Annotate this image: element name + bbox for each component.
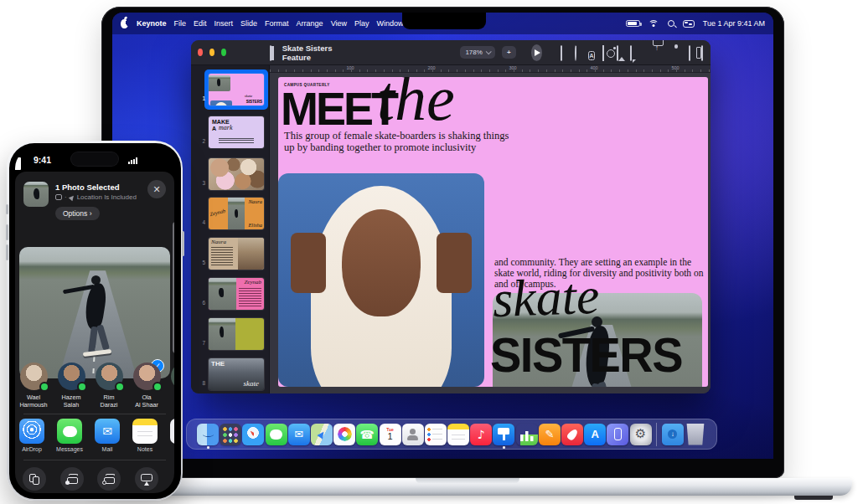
dock-photos[interactable]: [333, 424, 355, 445]
share-icon[interactable]: [653, 46, 662, 59]
dock-app-store[interactable]: A: [584, 424, 606, 445]
menu-slide[interactable]: Slide: [240, 19, 257, 28]
iphone-action-button[interactable]: [6, 204, 8, 214]
dock-iphone-mirroring[interactable]: [607, 424, 628, 445]
dock-music[interactable]: ♪: [470, 424, 492, 445]
document-icon[interactable]: [701, 46, 711, 59]
running-indicator: [207, 446, 209, 449]
contact-avatar[interactable]: [171, 363, 174, 390]
dock-keynote[interactable]: [493, 424, 514, 445]
zoom-level-dropdown[interactable]: 178%: [460, 46, 494, 59]
close-button[interactable]: ✕: [147, 180, 166, 198]
airplay-button[interactable]: [135, 467, 158, 491]
minimize-window-button[interactable]: [209, 49, 214, 56]
slide-photo-portrait[interactable]: [278, 173, 484, 387]
menu-clock[interactable]: Tue 1 Apr 9:41 AM: [703, 19, 765, 28]
dock-notes[interactable]: [447, 424, 469, 445]
thumb-text: SISTERS: [246, 100, 262, 104]
dock-reminders[interactable]: [425, 424, 447, 445]
view-toggle-icon[interactable]: [270, 46, 279, 59]
dock-finder[interactable]: [197, 424, 219, 445]
dock-pages[interactable]: ✎: [539, 424, 561, 445]
dock-numbers[interactable]: [516, 424, 538, 445]
macbook-display: Keynote File Edit Insert Slide Format Ar…: [112, 13, 773, 459]
photo-meta-icon: [55, 194, 62, 200]
menu-view[interactable]: View: [331, 19, 347, 28]
contact-avatar[interactable]: [20, 363, 48, 390]
iphone-volume-down-button[interactable]: [6, 244, 8, 260]
photo-preview[interactable]: ✓: [19, 247, 170, 378]
spotlight-icon[interactable]: [668, 20, 674, 27]
dock-trash[interactable]: [685, 424, 706, 445]
dock-mail[interactable]: ✉: [288, 424, 310, 445]
thumb-text: Elisha: [248, 222, 262, 228]
menu-edit[interactable]: Edit: [194, 19, 207, 28]
add-slide-button[interactable]: +: [502, 46, 516, 59]
dock-downloads-folder[interactable]: ↓: [662, 424, 684, 445]
menu-arrange[interactable]: Arrange: [297, 19, 323, 28]
apple-menu-icon[interactable]: [121, 19, 128, 28]
ruler-mark: 200: [427, 65, 435, 70]
control-center-icon[interactable]: [683, 20, 695, 28]
album-stack-icon: [66, 474, 78, 484]
close-window-button[interactable]: [198, 49, 203, 56]
app-label: Notes: [128, 446, 162, 452]
add-to-album-button[interactable]: [60, 467, 84, 491]
slide-thumbnail-5[interactable]: Naura: [209, 238, 264, 270]
iphone-volume-up-button[interactable]: [6, 224, 8, 240]
chart-icon[interactable]: [575, 46, 584, 59]
play-button[interactable]: [531, 44, 542, 61]
slide-editor[interactable]: CAMPUS QUARTERLY MEET the This group of …: [278, 77, 708, 387]
dock-contacts[interactable]: [402, 424, 424, 445]
dock-phone[interactable]: ☎: [356, 424, 378, 445]
menu-format[interactable]: Format: [265, 19, 289, 28]
dynamic-island: [71, 152, 118, 166]
slide-navigator: 1 MEET the skate SISTERS 2 MAKE A mark 3…: [191, 65, 270, 393]
partial-app-icon[interactable]: [170, 419, 174, 444]
menu-app-name[interactable]: Keynote: [137, 19, 167, 28]
slide-thumbnail-4[interactable]: Naura Zeynab Elisha: [209, 198, 264, 229]
slide-thumbnail-1[interactable]: MEET the skate SISTERS: [209, 74, 264, 105]
add-to-shared-album-button[interactable]: [97, 467, 121, 491]
wifi-icon[interactable]: [649, 20, 659, 28]
table-icon[interactable]: [561, 46, 570, 59]
battery-icon[interactable]: [626, 20, 640, 27]
menu-play[interactable]: Play: [354, 19, 369, 28]
dock-games[interactable]: [561, 424, 583, 445]
options-button[interactable]: Options ›: [55, 207, 100, 220]
dock-system-settings[interactable]: ⚙: [630, 424, 652, 445]
contact-avatar[interactable]: [96, 363, 123, 390]
mail-app-icon[interactable]: ✉: [95, 419, 120, 444]
thumb-caption-lines: [211, 247, 233, 267]
dock-launchpad[interactable]: [220, 424, 241, 445]
media-icon[interactable]: [617, 46, 626, 59]
menu-window[interactable]: Window: [377, 19, 404, 28]
iphone-side-button[interactable]: [182, 231, 184, 256]
slide-thumbnail-3[interactable]: [209, 158, 264, 190]
airdrop-app-icon[interactable]: [19, 419, 44, 444]
slide-thumbnail-6[interactable]: Zeynab: [209, 278, 264, 310]
slide-thumbnail-7[interactable]: Elisha: [209, 318, 264, 350]
text-box-icon[interactable]: A: [588, 46, 597, 59]
slide-thumbnail-2[interactable]: MAKE A mark: [209, 116, 264, 148]
dock-calendar[interactable]: Tue1: [380, 424, 401, 445]
format-brush-icon[interactable]: [675, 46, 685, 59]
contact-avatar[interactable]: [58, 363, 85, 390]
copy-button[interactable]: [23, 467, 46, 491]
app-label: AirDrop: [15, 446, 49, 452]
dock-maps[interactable]: [311, 424, 333, 445]
contact-avatar[interactable]: [133, 363, 161, 390]
messages-app-icon[interactable]: [57, 419, 82, 444]
slide-number: 8: [193, 380, 205, 386]
next-photo-sliver[interactable]: [173, 222, 174, 353]
menu-insert[interactable]: Insert: [214, 19, 234, 28]
comment-icon[interactable]: [630, 46, 639, 59]
keynote-toolbar: Skate Sisters Feature 178% + A: [191, 40, 711, 65]
shape-icon[interactable]: [602, 46, 612, 59]
dock-safari[interactable]: [242, 424, 264, 445]
notes-app-icon[interactable]: [132, 419, 158, 444]
slide-thumbnail-8[interactable]: THE skate: [209, 358, 264, 390]
dock-messages[interactable]: [266, 424, 287, 445]
menu-file[interactable]: File: [174, 19, 187, 28]
zoom-window-button[interactable]: [221, 49, 226, 56]
